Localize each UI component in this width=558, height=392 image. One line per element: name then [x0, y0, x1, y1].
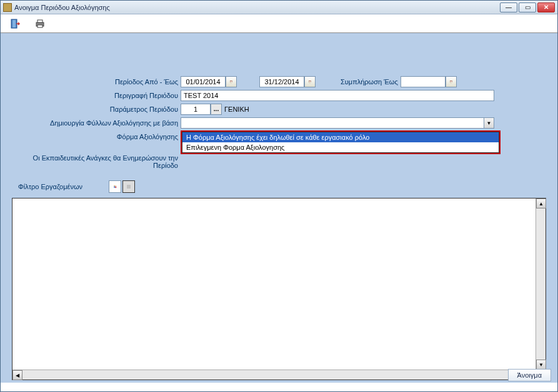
grid-dots-icon	[127, 183, 131, 190]
dropdown-highlight: Η Φόρμα Αξιολόγησης έχει δηλωθεί σε κάθε…	[181, 130, 501, 154]
fill-until-input[interactable]	[401, 76, 446, 87]
svg-point-23	[130, 185, 131, 186]
svg-point-22	[129, 185, 129, 186]
param-label: Παράμετρος Περιόδου	[7, 105, 181, 113]
dropdown-option-selected-form[interactable]: Επιλεγμενη Φορμα Αξιολογησης	[182, 142, 499, 152]
app-icon	[3, 3, 12, 12]
minimize-button[interactable]: —	[500, 2, 517, 12]
date-from-input[interactable]	[181, 76, 226, 87]
title-bar: Ανοιγμα Περιόδου Αξιολόγησης — ▭ ✕	[1, 1, 557, 14]
dropdown-option-role-form[interactable]: Η Φόρμα Αξιολόγησης έχει δηλωθεί σε κάθε…	[182, 132, 499, 142]
form-area: Περίοδος Από - Έως Συμπλήρωση Έως	[1, 33, 557, 380]
employee-filter-label: Φίλτρο Εργαζομένων	[18, 183, 82, 190]
print-button[interactable]	[33, 17, 47, 31]
description-input[interactable]	[181, 90, 494, 101]
sheets-basis-combo[interactable]: ▼	[181, 117, 494, 129]
svg-rect-20	[115, 187, 116, 188]
svg-point-19	[115, 185, 116, 187]
scroll-left-button[interactable]: ◀	[12, 370, 22, 380]
svg-point-21	[127, 185, 128, 186]
svg-point-24	[127, 187, 128, 187]
app-window: Ανοιγμα Περιόδου Αξιολόγησης — ▭ ✕	[0, 0, 558, 392]
toolbar	[1, 14, 557, 33]
date-to-picker-button[interactable]	[304, 76, 316, 87]
svg-point-28	[129, 188, 129, 189]
close-button[interactable]: ✕	[537, 2, 555, 12]
svg-rect-18	[114, 187, 115, 188]
sheets-basis-label: Δημιουργία Φύλλων Αξιολόγησης με βάση	[7, 119, 181, 127]
scroll-down-button[interactable]: ▼	[536, 360, 546, 370]
param-lookup-button[interactable]: ...	[211, 104, 222, 115]
description-label: Περιγραφή Περιόδου	[7, 92, 181, 99]
fill-until-label: Συμπλήρωση Έως	[341, 78, 398, 86]
footer-actions: Άνοιγμα	[508, 369, 551, 381]
people-icon	[113, 182, 117, 191]
svg-rect-3	[37, 20, 42, 22]
door-exit-icon	[10, 19, 20, 29]
calendar-icon	[309, 78, 311, 86]
employee-grid[interactable]: ▲ ▼ ◀ ▶	[12, 198, 546, 380]
edu-needs-label: Οι Εκπαιδευτικές Ανάγκες θα Ενημερώσουν …	[7, 154, 181, 169]
window-title: Ανοιγμα Περιόδου Αξιολόγησης	[14, 4, 500, 11]
svg-point-27	[127, 188, 128, 189]
dropdown-list: Η Φόρμα Αξιολόγησης έχει δηλωθεί σε κάθε…	[182, 132, 499, 153]
vertical-scrollbar[interactable]: ▲ ▼	[536, 198, 546, 370]
horizontal-scrollbar[interactable]: ◀ ▶	[12, 370, 536, 380]
svg-rect-4	[37, 25, 42, 27]
scroll-up-button[interactable]: ▲	[536, 198, 546, 208]
svg-point-25	[129, 187, 129, 187]
open-button[interactable]: Άνοιγμα	[508, 369, 551, 381]
eval-form-dropdown[interactable]: Η Φόρμα Αξιολόγησης έχει δηλωθεί σε κάθε…	[181, 130, 501, 154]
param-value-input[interactable]	[181, 104, 211, 115]
svg-rect-14	[450, 81, 452, 82]
calendar-icon	[230, 78, 232, 86]
date-to-input[interactable]	[259, 76, 304, 87]
period-label: Περίοδος Από - Έως	[7, 78, 181, 86]
calendar-icon	[450, 78, 452, 86]
date-from-picker-button[interactable]	[226, 76, 237, 87]
fill-until-picker-button[interactable]	[446, 76, 457, 87]
svg-point-17	[114, 185, 115, 187]
employee-filter-grid-button[interactable]	[122, 180, 135, 193]
maximize-button[interactable]: ▭	[519, 2, 536, 12]
chevron-down-icon[interactable]: ▼	[484, 118, 494, 128]
exit-button[interactable]	[8, 17, 22, 31]
svg-point-29	[130, 188, 131, 189]
printer-icon	[35, 19, 45, 29]
employee-filter-people-button[interactable]	[109, 180, 121, 193]
content-area: Περίοδος Από - Έως Συμπλήρωση Έως	[1, 33, 557, 383]
eval-form-label: Φόρμα Αξιολόγησης	[7, 130, 181, 140]
param-text: ΓΕΝΙΚΗ	[224, 105, 249, 113]
svg-rect-1	[12, 20, 16, 27]
svg-point-26	[130, 187, 131, 187]
